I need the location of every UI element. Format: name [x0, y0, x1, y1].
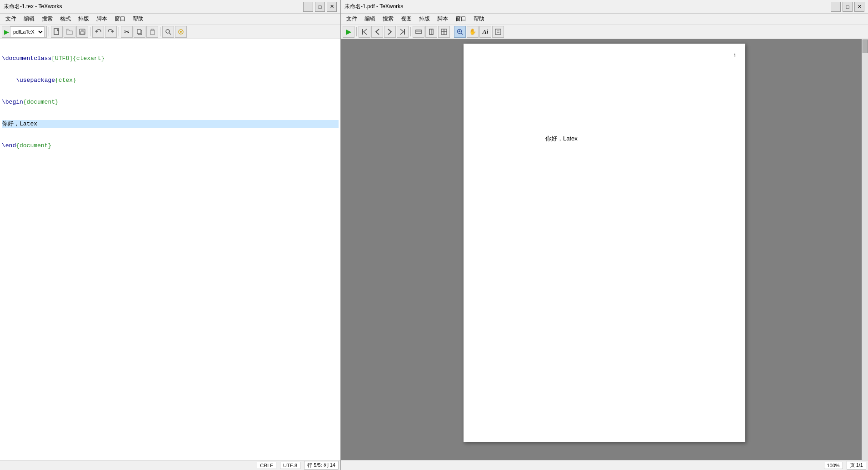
cut-button[interactable]: ✂ — [121, 26, 133, 38]
save-file-button[interactable] — [76, 26, 88, 38]
pdf-synctex-button[interactable] — [492, 26, 504, 38]
svg-line-23 — [461, 33, 463, 35]
pdf-sep-1 — [356, 27, 357, 36]
toolbar-sep-3 — [119, 27, 119, 36]
svg-rect-3 — [80, 32, 84, 34]
tex-titlebar: 未命名-1.tex - TeXworks ─ □ ✕ — [0, 0, 340, 14]
pdf-toolbar: ▶ — [341, 25, 868, 39]
svg-line-9 — [169, 33, 171, 35]
tex-toolbar: ▶ pdfLaTeX XeLaTeX LuaLaTeX — [0, 25, 340, 39]
tex-close-button[interactable]: ✕ — [327, 2, 337, 12]
toolbar-sep-2 — [90, 27, 90, 36]
pdf-maximize-button[interactable]: □ — [843, 2, 853, 12]
search-button[interactable] — [162, 26, 174, 38]
svg-point-8 — [166, 30, 170, 33]
cursor-position: 行 5/5: 列 14 — [304, 461, 339, 470]
tex-menu-file[interactable]: 文件 — [2, 14, 20, 24]
editor-line-4: 你好，Latex — [2, 120, 339, 128]
svg-rect-20 — [441, 32, 444, 35]
pdf-close-button[interactable]: ✕ — [854, 2, 864, 12]
pdf-page: 1 你好，Latex — [464, 44, 745, 442]
color-button[interactable] — [175, 26, 187, 38]
tex-menu-typeset[interactable]: 排版 — [75, 14, 93, 24]
pdf-vertical-scrollbar[interactable] — [862, 39, 868, 460]
pdf-scrollbar-thumb[interactable] — [863, 40, 868, 53]
copy-button[interactable] — [134, 26, 145, 38]
pdf-menu-view[interactable]: 视图 — [397, 14, 415, 24]
tex-menu-edit[interactable]: 编辑 — [20, 14, 38, 24]
tex-window-title: 未命名-1.tex - TeXworks — [4, 3, 62, 10]
pdf-window-title: 未命名-1.pdf - TeXworks — [344, 3, 403, 10]
pdf-run-button[interactable]: ▶ — [343, 26, 354, 38]
pdf-titlebar: 未命名-1.pdf - TeXworks ─ □ ✕ — [341, 0, 868, 14]
paste-button[interactable] — [146, 26, 158, 38]
tex-menu-scripts[interactable]: 脚本 — [93, 14, 111, 24]
toolbar-sep-4 — [160, 27, 160, 36]
redo-button[interactable] — [105, 26, 117, 38]
svg-rect-0 — [54, 29, 59, 35]
undo-button[interactable] — [92, 26, 104, 38]
tex-maximize-button[interactable]: □ — [315, 2, 325, 12]
line-ending-indicator: CRLF — [257, 462, 276, 469]
pdf-sep-2 — [410, 27, 411, 36]
pdf-page-number-label: 1 — [733, 53, 736, 58]
pdf-minimize-button[interactable]: ─ — [831, 2, 841, 12]
pdf-menu-search[interactable]: 搜索 — [379, 14, 397, 24]
pdf-menu-scripts[interactable]: 脚本 — [434, 14, 452, 24]
pdf-zoom-in-button[interactable] — [454, 26, 466, 38]
pdf-menu-help[interactable]: 帮助 — [470, 14, 488, 24]
toolbar-sep-1 — [49, 27, 49, 36]
editor-line-5: \end{document} — [2, 142, 339, 150]
tex-menu-window[interactable]: 窗口 — [111, 14, 129, 24]
open-file-button[interactable] — [64, 26, 75, 38]
tex-window-controls: ─ □ ✕ — [303, 2, 337, 12]
svg-rect-21 — [444, 32, 447, 35]
pdf-fit-page-button[interactable] — [425, 26, 437, 38]
pdf-zoom-button[interactable] — [438, 26, 450, 38]
pdf-viewer-window: 未命名-1.pdf - TeXworks ─ □ ✕ 文件 编辑 搜索 视图 排… — [341, 0, 868, 470]
tex-editor-window: 未命名-1.tex - TeXworks ─ □ ✕ 文件 编辑 搜索 格式 排… — [0, 0, 341, 470]
pdf-prev-page-button[interactable] — [371, 26, 383, 38]
svg-rect-19 — [444, 29, 447, 32]
pdf-window-controls: ─ □ ✕ — [831, 2, 864, 12]
editor-line-3: \begin{document} — [2, 98, 339, 106]
pdf-select-text-button[interactable]: Ai — [479, 26, 491, 38]
pdf-fit-width-button[interactable] — [413, 26, 424, 38]
svg-rect-18 — [441, 29, 444, 32]
tex-menubar: 文件 编辑 搜索 格式 排版 脚本 窗口 帮助 — [0, 14, 340, 25]
svg-rect-26 — [495, 29, 501, 35]
pdf-document-text: 你好，Latex — [545, 135, 578, 143]
pdf-menubar: 文件 编辑 搜索 视图 排版 脚本 窗口 帮助 — [341, 14, 868, 25]
pdf-page-indicator: 页 1/1 — [847, 461, 866, 470]
encoding-indicator: UTF-8 — [280, 462, 300, 469]
pdf-next-page-button[interactable] — [384, 26, 396, 38]
pdf-menu-typeset[interactable]: 排版 — [415, 14, 434, 24]
svg-rect-7 — [151, 29, 154, 30]
run-icon: ▶ — [4, 28, 9, 35]
svg-rect-5 — [137, 30, 141, 34]
pdf-pan-button[interactable]: ✋ — [467, 26, 479, 38]
svg-point-11 — [180, 31, 182, 33]
pdf-last-page-button[interactable] — [397, 26, 409, 38]
svg-rect-2 — [81, 29, 84, 31]
pdf-viewer-wrapper: 1 你好，Latex — [341, 39, 868, 460]
pdf-menu-window[interactable]: 窗口 — [452, 14, 470, 24]
compile-select[interactable]: pdfLaTeX XeLaTeX LuaLaTeX — [10, 26, 45, 37]
pdf-zoom-level: 100% — [824, 462, 843, 469]
pdf-sep-3 — [452, 27, 452, 36]
pdf-menu-file[interactable]: 文件 — [343, 14, 361, 24]
pdf-menu-edit[interactable]: 编辑 — [361, 14, 379, 24]
editor-line-1: \documentclass[UTF8]{ctexart} — [2, 55, 339, 63]
new-file-button[interactable] — [51, 26, 63, 38]
pdf-scroll-area[interactable]: 1 你好，Latex — [341, 39, 868, 460]
tex-menu-help[interactable]: 帮助 — [129, 14, 147, 24]
tex-statusbar: CRLF UTF-8 行 5/5: 列 14 — [0, 460, 340, 470]
tex-editor[interactable]: \documentclass[UTF8]{ctexart} \usepackag… — [0, 39, 340, 460]
pdf-first-page-button[interactable] — [359, 26, 370, 38]
editor-line-2: \usepackage{ctex} — [2, 76, 339, 85]
tex-run-button[interactable]: ▶ pdfLaTeX XeLaTeX LuaLaTeX — [2, 26, 47, 38]
tex-minimize-button[interactable]: ─ — [303, 2, 313, 12]
tex-menu-format[interactable]: 格式 — [56, 14, 75, 24]
tex-menu-search[interactable]: 搜索 — [38, 14, 56, 24]
pdf-statusbar: 100% 页 1/1 — [341, 460, 868, 470]
